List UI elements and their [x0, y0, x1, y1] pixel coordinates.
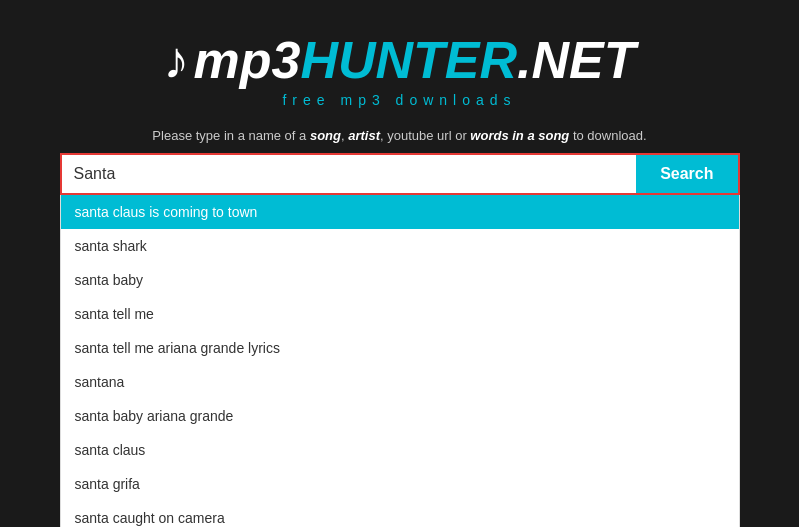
logo-hunter: HUNTER [300, 30, 517, 90]
hint-words: words in a song [470, 128, 569, 143]
autocomplete-item[interactable]: santa claus [61, 433, 739, 467]
hint-song: song [310, 128, 341, 143]
autocomplete-item[interactable]: santa grifa [61, 467, 739, 501]
autocomplete-item[interactable]: santa claus is coming to town [61, 195, 739, 229]
search-bar: Search [60, 153, 740, 195]
hint-artist: artist [348, 128, 380, 143]
logo-net: .NET [517, 30, 635, 90]
logo-mp3: mp3 [193, 30, 300, 90]
autocomplete-item[interactable]: santana [61, 365, 739, 399]
autocomplete-item[interactable]: santa tell me ariana grande lyrics [61, 331, 739, 365]
autocomplete-dropdown: santa claus is coming to townsanta shark… [60, 195, 740, 527]
search-button[interactable]: Search [636, 155, 737, 193]
search-section: Please type in a name of a song, artist,… [60, 128, 740, 527]
search-hint: Please type in a name of a song, artist,… [152, 128, 646, 143]
music-note-icon: ♪ [163, 34, 189, 86]
autocomplete-item[interactable]: santa baby ariana grande [61, 399, 739, 433]
search-input[interactable] [62, 155, 637, 193]
logo-tagline: free mp3 downloads [282, 92, 516, 108]
autocomplete-item[interactable]: santa baby [61, 263, 739, 297]
autocomplete-item[interactable]: santa tell me [61, 297, 739, 331]
logo-area: ♪ mp3 HUNTER .NET free mp3 downloads [163, 30, 635, 108]
autocomplete-item[interactable]: santa caught on camera [61, 501, 739, 527]
autocomplete-item[interactable]: santa shark [61, 229, 739, 263]
logo-main: ♪ mp3 HUNTER .NET [163, 30, 635, 90]
